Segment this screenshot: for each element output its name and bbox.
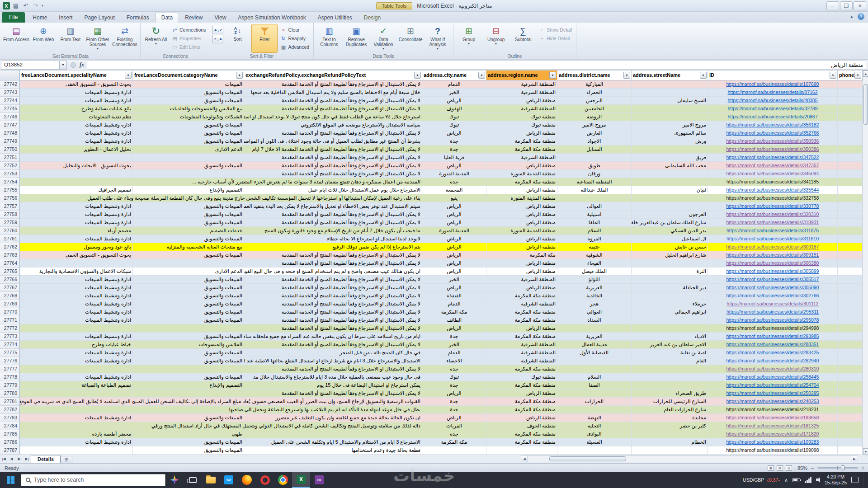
cell-policy[interactable]: قطعة بحالة جيدة وعدم استخدامها [244, 446, 422, 455]
row-number[interactable]: 27750 [0, 145, 20, 154]
firefox-icon[interactable] [238, 472, 256, 488]
cell-district[interactable]: السلام [557, 373, 632, 381]
id-link[interactable]: https://maroof.sa/businesses/details/403… [727, 98, 817, 103]
cell-phone2[interactable] [838, 202, 863, 211]
cell-phone2[interactable] [838, 446, 863, 455]
cell-region[interactable]: منطقة الجوف [486, 422, 557, 430]
cell-street[interactable] [632, 446, 708, 455]
vscode-icon[interactable]: <> [220, 472, 238, 488]
cell-policy-merged[interactable]: بناء على رغبة العميل لإمكان استبدالها أو… [20, 194, 422, 202]
cell-district[interactable]: العارض [557, 129, 632, 137]
cell-district[interactable]: العسيلة [557, 438, 632, 446]
scroll-down-icon[interactable]: ▼ [863, 448, 868, 455]
cell-phone2[interactable] [838, 316, 863, 324]
cell-phone2[interactable] [838, 414, 863, 422]
cell-phone2[interactable] [838, 186, 863, 194]
cell-region[interactable] [486, 446, 557, 455]
row-number[interactable]: 27761 [0, 235, 20, 243]
cell-street[interactable]: شارع الحرازات العام [632, 406, 708, 414]
insert-worksheet-icon[interactable]: ⊞ [61, 456, 72, 463]
filter-dropdown-icon[interactable]: ▼ [854, 72, 861, 79]
cell-street[interactable]: الامير سلطان بن عبد العزيز [632, 341, 708, 349]
row-number[interactable]: 27778 [0, 373, 20, 381]
cell-id[interactable]: https://maroof.sa/businesses/details/347… [708, 154, 838, 162]
filter-button[interactable]: Filter [251, 24, 278, 53]
id-link[interactable]: https://maroof.sa/businesses/details/305… [726, 285, 819, 290]
cell-policy[interactable]: ايام من تاريخ استلامه على شرط ان يكون بن… [244, 333, 422, 341]
scroll-left-icon[interactable]: ◀ [521, 456, 528, 462]
cell-city[interactable]: الاحساء [422, 357, 486, 365]
cell-speciality[interactable]: ادارة وتنشيط المبيعات [20, 373, 133, 381]
minimize-button[interactable]: – [826, 1, 839, 10]
filter-dropdown-icon[interactable]: ▼ [700, 72, 707, 79]
filter-dropdown-icon[interactable]: ▼ [414, 72, 421, 79]
cell-category[interactable]: المبيعات والتسويق [133, 276, 244, 284]
cell-speciality[interactable]: بحوث التسويق - التسويق الخفي [20, 251, 133, 259]
cell-policy[interactable]: لا يمكن الاستبدال او الاسترجاع وفقاً لطب… [244, 365, 422, 373]
cell-region[interactable]: منطقة المدينة المنورة [486, 194, 557, 202]
id-link[interactable]: https://maroof.sa/businesses/details/254… [726, 382, 819, 388]
file-explorer-icon[interactable] [202, 472, 220, 488]
cell-category[interactable]: بيع منتجات العناية الشخصية والمنزلية [133, 243, 244, 251]
cell-category[interactable]: التصميم والإبداع [133, 186, 244, 194]
start-button[interactable] [0, 472, 21, 488]
cell-region[interactable]: منطقة الرياض [486, 243, 557, 251]
column-header-address.city.name[interactable]: address.city.name▼ [422, 70, 486, 80]
show-detail-button[interactable]: + Show Detail [537, 26, 574, 34]
cell-id[interactable]: https://maroof.sa/businesses/details/309… [708, 251, 838, 259]
cell-street[interactable]: الشارع الرئيسي للحرازات [632, 398, 708, 406]
cell-phone2[interactable] [838, 333, 863, 341]
cell-policy[interactable]: يمكن استرجاع او استبدال البضاعة في خلال … [244, 381, 422, 389]
cell-policy[interactable]: لا يمكن الاستبدال او الاسترجاع وفقاً لطب… [244, 284, 422, 292]
connections-button[interactable]: ⇄ Connections [170, 26, 208, 34]
from-web-button[interactable]: ⊕ From Web [30, 24, 57, 53]
cell-policy[interactable]: استرجاع خلال ٢٤ ساعة من الطلب فقط في حال… [244, 113, 422, 121]
row-number[interactable]: 27745 [0, 105, 20, 113]
cell-street[interactable] [632, 170, 708, 178]
cell-district[interactable]: الخالدية [557, 292, 632, 300]
ribbon-tab-insert[interactable]: Insert [53, 13, 78, 23]
insert-function-icon[interactable]: fx [80, 61, 84, 68]
id-link[interactable]: https://maroof.sa/businesses/details/356… [726, 122, 819, 127]
cell-street[interactable]: محب الله السليمانى [632, 162, 708, 170]
row-number[interactable]: 27753 [0, 170, 20, 178]
filter-dropdown-icon[interactable]: ▼ [549, 72, 556, 79]
cell-speciality[interactable]: ادارة وتنشيط المبيعات [20, 97, 133, 105]
cell-street[interactable] [632, 194, 708, 202]
cell-category[interactable]: المبيعات والتسويق [133, 129, 244, 137]
cell-street[interactable] [632, 89, 708, 97]
cell-speciality[interactable] [20, 365, 133, 373]
cell-speciality[interactable]: ادارة وتنشيط المبيعات [20, 276, 133, 284]
cell-id[interactable]: https://maroof.sa/businesses/details/352… [708, 129, 838, 137]
cell-phone2[interactable] [838, 430, 863, 438]
cell-street[interactable]: الترة [632, 267, 708, 276]
cell-speciality[interactable]: ادارة وتنشيط المبيعات [20, 121, 133, 129]
cell-policy[interactable]: لا يمكن الاستبدال او الاسترجاع وفقاً لطب… [244, 105, 422, 113]
cell-district[interactable]: السلام [557, 227, 632, 235]
ungroup-button[interactable]: ⊟ Ungroup ▼ [483, 24, 509, 53]
cell-category[interactable]: المبيعات والتسويق [133, 97, 244, 105]
cell-id[interactable]: https://maroof.sa/businesses/details/258… [708, 373, 838, 381]
cell-region[interactable]: منطقة تبوك [486, 113, 557, 121]
id-link[interactable]: https://maroof.sa/businesses/details/181… [726, 423, 819, 428]
cell-policy[interactable]: لا يمكن الاستبدال او الاسترجاع وفقاً لطب… [244, 316, 422, 324]
cell-street[interactable] [632, 365, 708, 373]
cell-city[interactable]: تبوك [422, 121, 486, 129]
cell-policy[interactable]: الاسترجاع 3 ايام من الاستلام والاستبدال … [244, 438, 422, 446]
taskbar-search[interactable]: Type here to search [21, 474, 165, 486]
cell-district[interactable]: البوادى [557, 430, 632, 438]
cell-id[interactable]: https://maroof.sa/businesses/details/109… [708, 438, 838, 446]
cell-policy[interactable]: لا يمكن الاستبدال او الاسترجاع وفقاً لطب… [244, 170, 422, 178]
cell-id[interactable]: https://maroof.sa/businesses/details/283… [708, 349, 838, 357]
cell-city[interactable]: تبوك [422, 113, 486, 121]
cell-region[interactable]: مكة المكرمة [486, 251, 557, 259]
cell-city[interactable]: الرياض [422, 259, 486, 267]
cell-speciality[interactable]: بحوث التسويق - التسويق الخفي [20, 80, 133, 89]
hidden-icons-icon[interactable]: ∧ [784, 477, 788, 483]
cell-category[interactable]: المبيعات [133, 80, 244, 89]
cell-policy[interactable]: لا يمكن الاستبدال او الاسترجاع وفقاً لطب… [244, 308, 422, 316]
cell-district[interactable]: العوالي [557, 308, 632, 316]
column-header-address.district.name[interactable]: address.district.name▼ [557, 70, 632, 80]
cell-id[interactable]: https://maroof.sa/businesses/details/345… [708, 170, 838, 178]
cell-region[interactable]: منطقة الرياض [486, 324, 557, 333]
